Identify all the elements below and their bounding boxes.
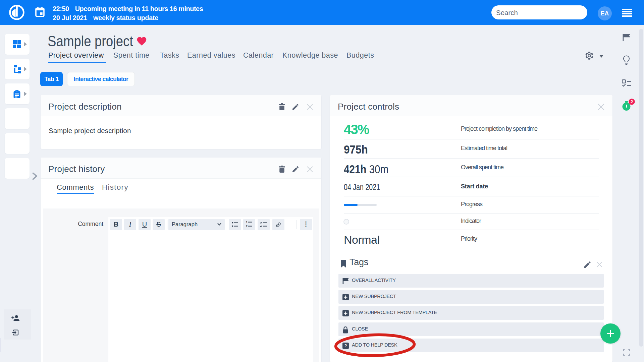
svg-text:2: 2 xyxy=(631,99,633,104)
svg-text:1: 1 xyxy=(246,221,248,224)
svg-text:2: 2 xyxy=(246,225,248,228)
